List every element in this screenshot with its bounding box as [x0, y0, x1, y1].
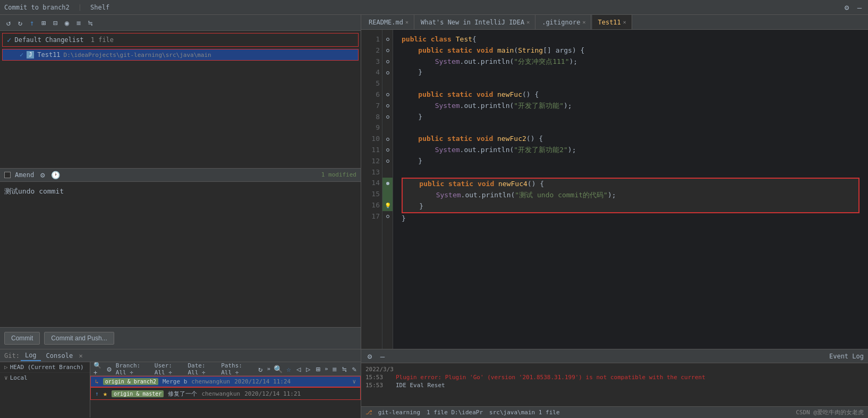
align-icon[interactable]: ≡	[331, 365, 338, 373]
code-line-17: }	[402, 213, 860, 224]
commit-buttons-area: Commit Commit and Push...	[0, 327, 361, 349]
changelist-file-row[interactable]: ✓ J Test11 D:\ideaProjects\git-learning\…	[2, 49, 359, 61]
paths-filter[interactable]: Paths: All ÷	[221, 362, 254, 376]
refresh-icon[interactable]: ↻	[257, 365, 263, 373]
file-icon: J	[27, 51, 34, 58]
search-icon[interactable]: 🔍	[274, 365, 282, 373]
view-icon[interactable]: ◉	[63, 19, 71, 27]
edit-icon[interactable]: ✎	[351, 365, 358, 373]
expand-icon[interactable]: ⊞	[39, 19, 48, 27]
tab-readme-close[interactable]: ✕	[405, 19, 409, 25]
log-tab[interactable]: Log	[21, 350, 41, 361]
branch-filter[interactable]: Branch: All ÷	[116, 362, 151, 376]
left-panel: ↺ ↻ ↑ ⊞ ⊟ ◉ ≡ ≒ ✓ Default Changelist 1 f…	[0, 15, 361, 418]
history-icon[interactable]: 🕐	[51, 171, 59, 179]
changelist-title: Default Changelist 1 file	[14, 36, 114, 44]
main-content: ↺ ↻ ↑ ⊞ ⊟ ◉ ≡ ≒ ✓ Default Changelist 1 f…	[0, 15, 868, 418]
date2: 2020/12/14 11:21	[244, 390, 301, 397]
editor-tabs: README.md ✕ What's New in IntelliJ IDEA …	[361, 15, 868, 30]
settings-gear-icon[interactable]: ⚙	[38, 171, 47, 179]
csdn-credit: CSDN @爱吃牛肉的女老虎	[796, 408, 864, 416]
git-icon: ⎇	[365, 409, 372, 416]
merge-text: Merge b	[163, 378, 187, 385]
tab-test11[interactable]: Test11 ✕	[592, 15, 632, 29]
code-line-14: public static void newFuc4() {	[403, 179, 858, 190]
code-line-11: System.out.println("开发了新功能2");	[402, 145, 860, 156]
more2-icon[interactable]: »	[325, 365, 328, 372]
bottom-log-area: Git: Log Console ✕ ▷ HEAD (Current Branc…	[0, 349, 361, 418]
status-bar: ⎇ git-learning 1 file D:\ideaPr src\java…	[361, 406, 868, 418]
code-content[interactable]: public class Test{ public static void ma…	[393, 30, 868, 349]
tab-gitignore-close[interactable]: ✕	[582, 19, 585, 25]
fix-text: 修复了一个	[168, 390, 197, 398]
event-log-title: Event Log	[829, 353, 864, 360]
right-bottom: ⚙ — Event Log 2022/3/3 15:53 Plugin erro…	[361, 349, 868, 418]
list-icon[interactable]: ≡	[74, 19, 83, 27]
head-branch[interactable]: ▷ HEAD (Current Branch)	[0, 362, 90, 373]
branch-list: ▷ HEAD (Current Branch) ∨ Local	[0, 362, 90, 417]
highlighted-code-block: public static void newFuc4() { System.ou…	[402, 178, 860, 213]
minimize-icon[interactable]: —	[855, 3, 864, 12]
code-line-13	[402, 167, 860, 178]
bookmark-icon[interactable]: ☆	[285, 365, 292, 373]
tab-whats-new[interactable]: What's New in IntelliJ IDEA ✕	[415, 15, 535, 29]
event-settings-icon[interactable]: ⚙	[365, 352, 374, 361]
origin-tag: origin & branch2	[103, 378, 158, 385]
changelist-header[interactable]: ✓ Default Changelist 1 file	[2, 33, 359, 47]
bulb-icon[interactable]: 💡	[385, 203, 391, 208]
code-line-12: }	[402, 156, 860, 167]
undo-icon[interactable]: ↺	[4, 19, 13, 27]
commit-button[interactable]: Commit	[4, 332, 40, 345]
author1: chenwangkun	[191, 378, 230, 385]
gutter-dot-11	[386, 148, 389, 152]
upload-icon[interactable]: ↑	[28, 19, 36, 27]
user-filter[interactable]: User: All ÷	[155, 362, 185, 376]
event-time-2: 15:53	[365, 374, 389, 381]
console-tab[interactable]: Console ✕	[42, 351, 87, 361]
back-icon[interactable]: ◁	[295, 365, 302, 373]
log-row-fix[interactable]: ↑ ★ origin & master 修复了一个 chenwangkun 20…	[90, 387, 361, 400]
commit-push-button[interactable]: Commit and Push...	[44, 332, 114, 345]
event-row-plugin-error: 15:53 Plugin error: Plugin 'Go' (version…	[365, 373, 864, 381]
search-plus-icon[interactable]: 🔍+	[93, 362, 103, 377]
bottom-tabs: Git: Log Console ✕	[0, 349, 361, 362]
left-toolbar: ↺ ↻ ↑ ⊞ ⊟ ◉ ≡ ≒	[0, 15, 361, 31]
code-line-5	[402, 78, 860, 89]
date-filter[interactable]: Date: All ÷	[188, 362, 218, 376]
sort-icon[interactable]: ≒	[86, 19, 95, 27]
event-log-toolbar: ⚙ — Event Log	[361, 349, 868, 363]
file-name: Test11	[37, 51, 60, 58]
log-row-merge[interactable]: ↳ origin & branch2 Merge b chenwangkun 2…	[90, 376, 361, 387]
file-status: 1 file D:\ideaPr	[427, 409, 483, 416]
author2: chenwangkun	[201, 390, 240, 397]
event-minimize-icon[interactable]: —	[378, 352, 387, 361]
forward-icon[interactable]: ▷	[305, 365, 311, 373]
git-arrow-icon: ↳	[95, 378, 99, 385]
collapse-icon[interactable]: ⊟	[51, 19, 59, 27]
top-bar: Commit to branch2 | Shelf ⚙ —	[0, 0, 868, 15]
right-panel: README.md ✕ What's New in IntelliJ IDEA …	[361, 15, 868, 418]
redo-icon[interactable]: ↻	[16, 19, 24, 27]
tab-whats-new-close[interactable]: ✕	[526, 19, 530, 25]
code-line-9	[402, 122, 860, 133]
code-line-4: }	[402, 67, 860, 78]
gutter-dot-8	[386, 115, 389, 119]
event-log-controls: ⚙ —	[365, 352, 387, 361]
local-branch[interactable]: ∨ Local	[0, 373, 90, 383]
settings-icon[interactable]: ⚙	[843, 3, 851, 12]
tab-readme[interactable]: README.md ✕	[363, 15, 414, 29]
separator: |	[78, 4, 82, 11]
amend-checkbox[interactable]	[4, 172, 11, 178]
more-icon[interactable]: »	[267, 365, 271, 372]
code-line-8: }	[402, 112, 860, 123]
expand-nodes-icon[interactable]: ⊞	[315, 365, 321, 373]
gutter-dot-14	[386, 182, 389, 185]
tab-test11-close[interactable]: ✕	[623, 19, 626, 25]
tab-gitignore[interactable]: .gitignore ✕	[537, 15, 591, 29]
sort2-icon[interactable]: ≒	[341, 365, 347, 373]
commit-message-area[interactable]: 测试undo commit	[0, 182, 361, 328]
gutter-dot-2	[386, 49, 389, 52]
code-line-2: public static void main(String[] args) {	[402, 45, 860, 56]
code-line-10: public static void newFuc2() {	[402, 133, 860, 145]
filter-settings-icon[interactable]: ⚙	[106, 365, 112, 373]
